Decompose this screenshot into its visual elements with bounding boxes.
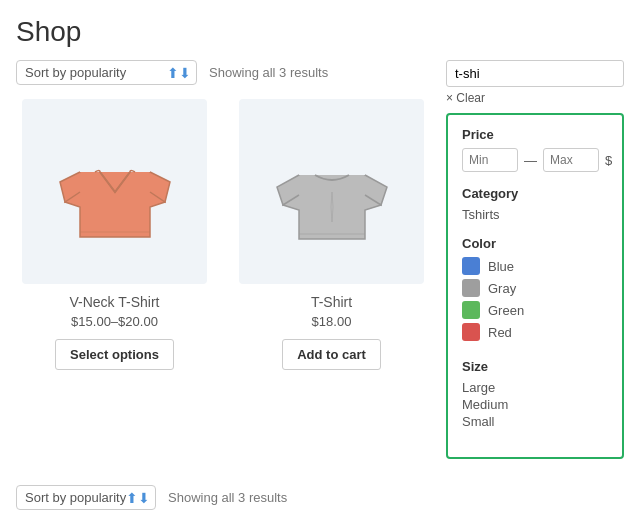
blue-label: Blue xyxy=(488,259,514,274)
clear-search-link[interactable]: × Clear xyxy=(446,91,624,105)
price-filter-section: Price — $ xyxy=(462,127,608,172)
product-price-tshirt: $18.00 xyxy=(312,314,352,329)
sort-bar-top: Sort by popularity Sort by latest Sort b… xyxy=(16,60,430,85)
color-filter-label: Color xyxy=(462,236,608,251)
green-label: Green xyxy=(488,303,524,318)
showing-results-text-bottom: Showing all 3 results xyxy=(168,490,287,505)
search-input[interactable] xyxy=(446,60,624,87)
sort-select-wrapper: Sort by popularity Sort by latest Sort b… xyxy=(16,60,197,85)
product-image-tshirt xyxy=(239,99,424,284)
sort-select[interactable]: Sort by popularity Sort by latest Sort b… xyxy=(16,60,197,85)
color-filter-section: Color Blue Gray Green R xyxy=(462,236,608,345)
price-min-input[interactable] xyxy=(462,148,518,172)
price-filter-label: Price xyxy=(462,127,608,142)
product-card-vneck: V-Neck T-Shirt $15.00–$20.00 Select opti… xyxy=(16,99,213,471)
product-name-vneck: V-Neck T-Shirt xyxy=(70,294,160,310)
size-item-large[interactable]: Large xyxy=(462,380,608,395)
product-name-tshirt: T-Shirt xyxy=(311,294,352,310)
product-price-vneck: $15.00–$20.00 xyxy=(71,314,158,329)
category-filter-section: Category Tshirts xyxy=(462,186,608,222)
size-item-medium[interactable]: Medium xyxy=(462,397,608,412)
color-item-green[interactable]: Green xyxy=(462,301,608,319)
select-options-button[interactable]: Select options xyxy=(55,339,174,370)
product-card-tshirt: T-Shirt $18.00 Add to cart xyxy=(233,99,430,471)
price-row: — $ xyxy=(462,148,608,172)
category-filter-label: Category xyxy=(462,186,608,201)
size-filter-section: Size Large Medium Small xyxy=(462,359,608,431)
product-image-vneck xyxy=(22,99,207,284)
color-item-blue[interactable]: Blue xyxy=(462,257,608,275)
blue-swatch xyxy=(462,257,480,275)
sort-select-wrapper-bottom: Sort by popularity Sort by latest ⬆⬇ xyxy=(16,485,156,510)
add-to-cart-button[interactable]: Add to cart xyxy=(282,339,381,370)
showing-results-text: Showing all 3 results xyxy=(209,65,328,80)
sort-bar-bottom: Sort by popularity Sort by latest ⬆⬇ Sho… xyxy=(16,485,430,518)
sort-select-bottom[interactable]: Sort by popularity Sort by latest xyxy=(16,485,156,510)
size-item-small[interactable]: Small xyxy=(462,414,608,429)
color-item-red[interactable]: Red xyxy=(462,323,608,341)
color-item-gray[interactable]: Gray xyxy=(462,279,608,297)
red-label: Red xyxy=(488,325,512,340)
gray-swatch xyxy=(462,279,480,297)
price-dash: — xyxy=(524,153,537,168)
category-item-tshirts[interactable]: Tshirts xyxy=(462,207,608,222)
price-max-input[interactable] xyxy=(543,148,599,172)
gray-label: Gray xyxy=(488,281,516,296)
price-currency: $ xyxy=(605,153,612,168)
green-swatch xyxy=(462,301,480,319)
sidebar-filters: Price — $ Category Tshirts Color xyxy=(446,113,624,459)
products-grid: V-Neck T-Shirt $15.00–$20.00 Select opti… xyxy=(16,99,430,471)
page-title: Shop xyxy=(16,16,624,48)
size-filter-label: Size xyxy=(462,359,608,374)
red-swatch xyxy=(462,323,480,341)
